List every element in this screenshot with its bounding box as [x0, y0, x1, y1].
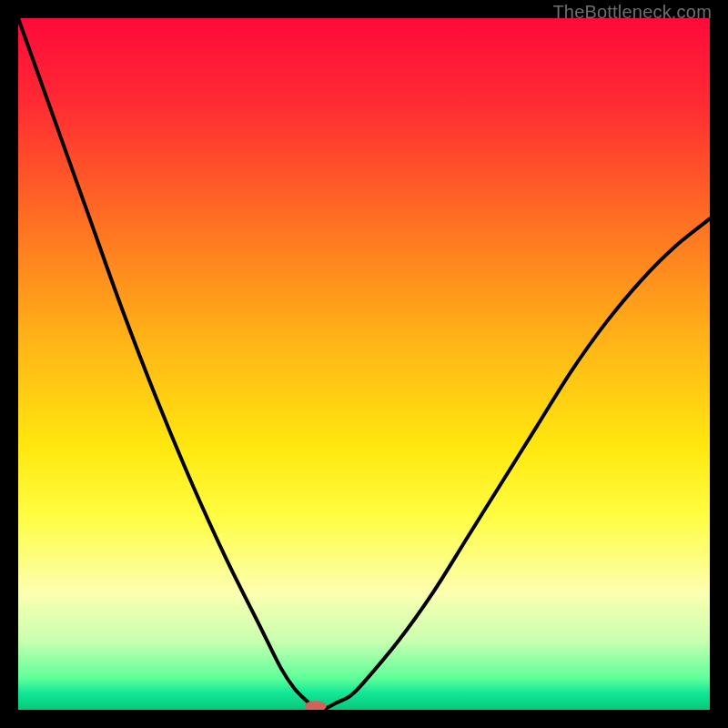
chart-frame: TheBottleneck.com — [0, 0, 728, 728]
gradient-background — [18, 18, 710, 710]
plot-area — [18, 18, 710, 710]
bottleneck-chart — [18, 18, 710, 710]
